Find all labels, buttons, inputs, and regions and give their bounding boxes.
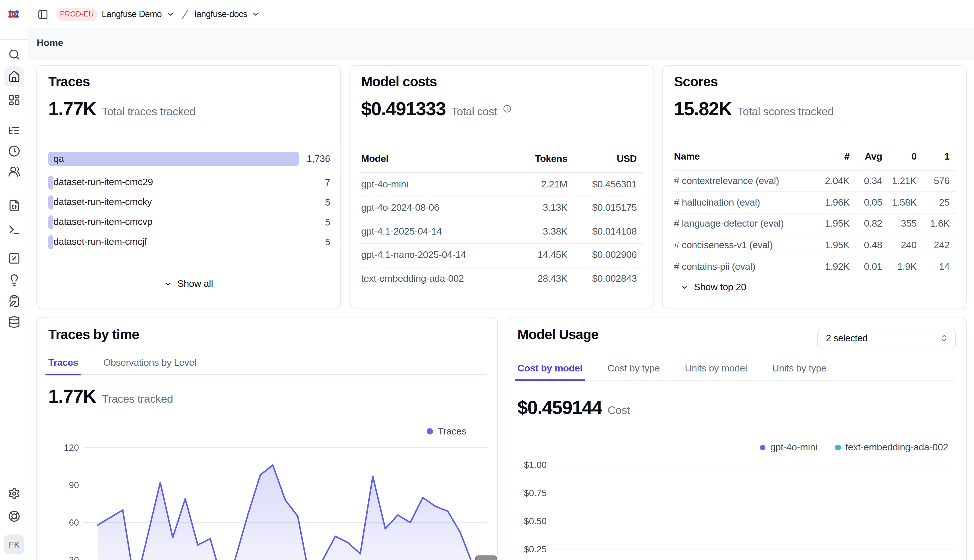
trace-bar-value: 5 [325, 232, 330, 252]
table-cell: # contains-pii (eval) [674, 257, 810, 277]
sidebar-item-playground[interactable] [4, 220, 24, 240]
table-row[interactable]: text-embedding-ada-00228.43K$0.002843 [361, 267, 643, 290]
project-switcher[interactable]: langfuse-docs [195, 9, 247, 19]
org-switcher[interactable]: Langfuse Demo [102, 9, 162, 19]
sidebar-item-prompts[interactable] [4, 195, 24, 216]
model-costs-card-title: Model costs [361, 73, 437, 90]
stat-row: 1.77K Total traces tracked [48, 99, 195, 118]
sidebar-item-settings[interactable] [4, 483, 24, 504]
clock-icon [8, 145, 20, 157]
trace-bar-label: dataset-run-item-cmcjf [53, 232, 147, 252]
table-row[interactable]: gpt-4.1-2025-04-143.38K$0.014108 [361, 220, 643, 243]
trace-bar-label: dataset-run-item-cmcvp [53, 212, 152, 232]
trace-bar-row[interactable]: dataset-run-item-cmcjf5 [48, 232, 330, 252]
table-row[interactable]: gpt-4o-mini2.21M$0.456301 [361, 172, 643, 196]
column-header: USD [567, 153, 643, 164]
square-percent-icon [8, 252, 20, 265]
trace-bar-value: 1,736 [307, 149, 330, 169]
show-all-button[interactable]: Show all [37, 278, 341, 290]
sidebar-item-tracing[interactable] [4, 120, 24, 141]
sidebar-item-datasets[interactable] [4, 312, 24, 332]
table-row[interactable]: # contextrelevance (eval)2.04K0.341.21K5… [674, 170, 956, 192]
trace-bar-value: 5 [325, 192, 330, 212]
column-header: Model [361, 153, 499, 164]
table-cell: gpt-4.1-nano-2025-04-14 [361, 243, 499, 267]
environment-badge[interactable]: PROD-EU [56, 8, 98, 21]
model-costs-card: Model costs $0.491333 Total cost ModelTo… [349, 65, 654, 308]
sidebar-item-users[interactable] [4, 161, 24, 182]
life-buoy-icon [8, 510, 20, 523]
breadcrumb-separator [182, 9, 189, 19]
stat-row: 15.82K Total scores tracked [674, 99, 834, 118]
table-cell: 2.04K [810, 171, 850, 192]
horizontal-scrollbar-thumb[interactable] [475, 555, 497, 560]
table-cell: text-embedding-ada-002 [361, 267, 499, 290]
trace-bar-row[interactable]: qa1,736 [48, 149, 330, 169]
table-row[interactable]: gpt-4o-2024-08-063.13K$0.015175 [361, 196, 643, 220]
sidebar-item-insights[interactable] [4, 270, 24, 290]
table-row[interactable]: # hallucination (eval)1.96K0.051.58K25 [674, 192, 956, 213]
trace-bar-row[interactable]: dataset-run-item-cmcky5 [48, 192, 330, 212]
column-header: Tokens [499, 153, 567, 164]
trace-bar [48, 175, 53, 189]
traces-bar-list: qa1,736dataset-run-item-cmc297dataset-ru… [48, 149, 330, 252]
table-cell: 0.82 [850, 213, 882, 234]
table-cell: 355 [882, 213, 917, 234]
table-row[interactable]: # conciseness-v1 (eval)1.95K0.48240242 [674, 234, 956, 256]
sidebar-item-dashboards[interactable] [4, 90, 24, 110]
model-costs-total-label: Total cost [451, 105, 497, 118]
search-icon [8, 48, 20, 61]
usage-line-chart: $1.00$0.75$0.50$0.25 [506, 317, 966, 560]
traces-by-time-chart: 120906030 [37, 317, 497, 560]
table-cell: 1.95K [810, 235, 850, 256]
sidebar-item-annotation[interactable] [4, 291, 24, 311]
y-axis-tick: 120 [64, 442, 79, 453]
model-usage-card: Model Usage 2 selected Cost by modelCost… [505, 317, 966, 560]
table-row[interactable]: # contains-pii (eval)1.92K0.011.9K14 [674, 256, 956, 277]
trace-bar-value: 5 [325, 212, 330, 232]
table-cell: 1.21K [882, 171, 917, 192]
trace-bar-row[interactable]: dataset-run-item-cmcvp5 [48, 212, 330, 232]
page-header: Home [28, 28, 974, 58]
stat-row: $0.491333 Total cost [361, 99, 511, 118]
table-cell: gpt-4o-mini [361, 173, 499, 196]
column-header: Name [674, 151, 810, 162]
show-all-label: Show all [177, 278, 213, 290]
table-cell: gpt-4.1-2025-04-14 [361, 220, 499, 243]
table-cell: # conciseness-v1 (eval) [674, 235, 810, 256]
sidebar-item-home[interactable] [4, 67, 24, 87]
terminal-icon [8, 224, 20, 236]
trace-bar [48, 235, 53, 249]
info-icon[interactable] [503, 104, 511, 113]
project-chevron-down-icon[interactable] [252, 10, 260, 18]
table-cell: 242 [917, 235, 956, 256]
trace-bar-row[interactable]: dataset-run-item-cmc297 [48, 172, 330, 192]
traces-by-time-card: Traces by time TracesObservations by Lev… [37, 317, 498, 560]
trace-bar-label: qa [53, 149, 64, 169]
sidebar-item-support[interactable] [4, 506, 24, 527]
sidebar-item-search[interactable] [4, 44, 24, 65]
table-cell: 1.6K [917, 213, 956, 234]
table-cell: 1.58K [882, 192, 917, 213]
table-row[interactable]: gpt-4.1-nano-2025-04-1414.45K$0.002906 [361, 243, 643, 267]
column-header: # [810, 151, 850, 162]
sidebar-subheader [0, 28, 28, 40]
traces-card-title: Traces [48, 73, 90, 90]
sidebar-toggle-icon[interactable] [37, 0, 48, 28]
show-top-20-button[interactable]: Show top 20 [681, 282, 747, 293]
org-chevron-down-icon[interactable] [166, 10, 174, 18]
table-cell: 1.92K [810, 257, 850, 277]
trace-bar [48, 152, 299, 166]
table-cell: 1.95K [810, 213, 850, 234]
lightbulb-icon [8, 274, 20, 286]
file-json-icon [8, 199, 20, 212]
chevron-down-icon [164, 280, 172, 288]
sidebar-item-sessions[interactable] [4, 141, 24, 161]
table-cell: 240 [882, 235, 917, 256]
column-header: Avg [850, 151, 882, 162]
avatar[interactable]: FK [4, 535, 24, 554]
table-row[interactable]: # language-detector (eval)1.95K0.823551.… [674, 213, 956, 234]
sidebar-item-evaluators[interactable] [4, 248, 24, 268]
y-axis-tick: $0.25 [524, 544, 546, 554]
traces-area-chart: 120906030 [37, 317, 497, 560]
